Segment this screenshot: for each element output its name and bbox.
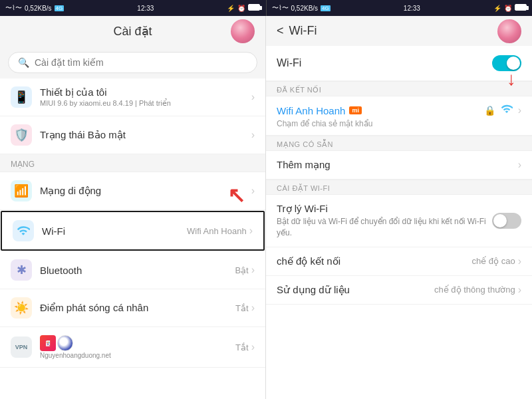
left-4g-icon: 4G — [55, 5, 65, 11]
hotspot-icon: ☀️ — [11, 297, 32, 319]
right-alarm-icon: ⏰ — [504, 5, 512, 12]
alarm-icon: ⏰ — [237, 5, 245, 12]
right-bluetooth-icon: ⚡ — [493, 5, 501, 12]
left-panel: Cài đặt 🔍 📱 Thiết bị của tôi MIUI 9.6 by… — [0, 16, 266, 399]
lock-icon: 🔒 — [484, 105, 495, 116]
vpn-icon: VPN — [11, 336, 32, 358]
settings-item-mobile[interactable]: 📶 Mạng di động › — [0, 172, 265, 210]
settings-title: Cài đặt — [113, 24, 152, 39]
security-icon: 🛡️ — [11, 124, 32, 146]
device-icon: 📱 — [11, 86, 32, 108]
security-text: Trạng thái Bảo mật — [40, 129, 251, 141]
mobile-title: Mạng di động — [40, 185, 251, 197]
wifi-assistant-item[interactable]: Trợ lý Wi-Fi Bật dữ liệu và Wi-Fi để chu… — [266, 195, 532, 247]
data-usage-title: Sử dụng dữ liệu — [277, 284, 434, 296]
right-panel: < Wi-Fi Wi-Fi ĐÃ KẾT NỐI Wifi Anh Ho — [266, 16, 532, 399]
bluetooth-status-icon: ⚡ — [227, 5, 235, 12]
wifi-signal-icon — [501, 103, 513, 118]
settings-list: 📱 Thiết bị của tôi MIUI 9.6 by xiaomi.eu… — [0, 78, 265, 399]
wifi-page-title: Wi-Fi — [289, 24, 317, 38]
status-bar-right: 〜⌇〜 0,52KB/s 4G 12:33 ⚡ ⏰ — [267, 0, 533, 16]
connection-mode-item[interactable]: chế độ kết nối chế độ cao › — [266, 247, 532, 276]
connected-subtitle: Chạm để chia sẻ mật khẩu — [277, 119, 521, 128]
settings-item-hotspot[interactable]: ☀️ Điểm phát sóng cá nhân Tắt › — [0, 289, 265, 327]
vpn-watermark-text: Nguyenhoangduong.net — [40, 352, 235, 359]
wifi-assistant-subtitle: Bật dữ liệu và Wi-Fi để chuyển đổi dữ li… — [277, 216, 492, 239]
mobile-chevron: › — [251, 185, 255, 197]
signal-wave-icon: 〜⌇〜 — [5, 3, 22, 13]
left-right-icons: ⚡ ⏰ — [227, 4, 260, 12]
connected-name-area: Wifi Anh Hoanh mi — [277, 105, 362, 116]
add-network-chevron: › — [518, 159, 521, 171]
connected-network-item[interactable]: Wifi Anh Hoanh mi 🔒 › Chạm để chia sẻ mậ… — [266, 96, 532, 136]
search-bar[interactable]: 🔍 — [8, 52, 257, 73]
vpn-value: Tắt — [235, 342, 249, 352]
toggle-knob — [507, 57, 520, 70]
right-battery — [515, 4, 527, 12]
settings-item-device[interactable]: 📱 Thiết bị của tôi MIUI 9.6 by xiaomi.eu… — [0, 78, 265, 116]
wifi-item-container: Wi-Fi Wifi Anh Hoanh › ↙ — [0, 211, 265, 251]
connected-network-container: Wifi Anh Hoanh mi 🔒 › Chạm để chia sẻ mậ… — [266, 96, 532, 136]
right-speed: 0,52KB/s — [291, 5, 319, 12]
add-network-item[interactable]: Thêm mạng › — [266, 151, 532, 180]
left-status-icons: 〜⌇〜 0,52KB/s 4G — [5, 3, 64, 13]
connected-section-label: ĐÃ KẾT NỐI — [266, 81, 532, 96]
vpn-logo-1: 🃏 — [40, 335, 56, 351]
settings-item-bluetooth[interactable]: ✱ Bluetooth Bật › — [0, 251, 265, 289]
wifi-header: < Wi-Fi — [266, 16, 532, 46]
left-battery — [248, 4, 260, 12]
wifi-assistant-text: Trợ lý Wi-Fi Bật dữ liệu và Wi-Fi để chu… — [277, 203, 492, 239]
right-time: 12:33 — [404, 5, 420, 12]
wifi-menu-value: Wifi Anh Hoanh — [187, 226, 247, 236]
wifi-list: Wi-Fi ĐÃ KẾT NỐI Wifi Anh Hoanh mi — [266, 46, 532, 399]
data-usage-item[interactable]: Sử dụng dữ liệu chế độ thông thường › — [266, 276, 532, 305]
hotspot-text: Điểm phát sóng cá nhân — [40, 302, 235, 314]
hotspot-chevron: › — [251, 302, 255, 314]
available-section-label: MẠNG CÓ SẴN — [266, 136, 532, 151]
left-red-arrow: ↙ — [227, 184, 245, 209]
right-signal-icon: 〜⌇〜 — [272, 3, 289, 13]
security-title: Trạng thái Bảo mật — [40, 129, 251, 141]
vpn-logo-2 — [57, 335, 73, 351]
wifi-assistant-toggle[interactable] — [492, 213, 521, 229]
hotspot-value: Tắt — [235, 303, 249, 313]
hotspot-title: Điểm phát sóng cá nhân — [40, 302, 235, 314]
add-network-label: Thêm mạng — [277, 159, 518, 171]
connected-icons: 🔒 › — [484, 103, 521, 118]
search-icon: 🔍 — [18, 57, 29, 68]
vpn-chevron: › — [251, 341, 255, 353]
data-usage-value: chế độ thông thường — [434, 285, 515, 295]
bluetooth-icon: ✱ — [11, 259, 32, 281]
right-red-arrow: ↓ — [507, 68, 516, 90]
status-bar-left: 〜⌇〜 0,52KB/s 4G 12:33 ⚡ ⏰ — [0, 0, 266, 16]
device-chevron: › — [251, 91, 255, 103]
settings-item-vpn[interactable]: VPN 🃏 Nguyenhoangduong.net Tắt › — [0, 327, 265, 368]
connection-mode-chevron: › — [518, 255, 521, 267]
assistant-toggle-knob — [493, 214, 507, 227]
avatar-right — [497, 19, 521, 43]
mobile-text: Mạng di động — [40, 185, 251, 197]
mobile-icon: 📶 — [11, 180, 32, 201]
wifi-menu-title: Wi-Fi — [42, 225, 187, 237]
settings-header: Cài đặt — [0, 16, 265, 47]
connected-chevron: › — [518, 104, 521, 116]
right-time-area: 12:33 — [404, 5, 420, 12]
network-section-label: MẠNG — [0, 154, 265, 172]
status-bar: 〜⌇〜 0,52KB/s 4G 12:33 ⚡ ⏰ 〜⌇〜 0,52KB/s 4… — [0, 0, 532, 16]
security-chevron: › — [251, 129, 255, 141]
mi-badge: mi — [349, 106, 362, 114]
search-input[interactable] — [35, 57, 247, 68]
device-text: Thiết bị của tôi MIUI 9.6 by xiaomi.eu 8… — [40, 86, 251, 108]
connection-mode-title: chế độ kết nối — [277, 255, 472, 267]
left-speed: 0,52KB/s — [25, 5, 52, 12]
settings-item-security[interactable]: 🛡️ Trạng thái Bảo mật › — [0, 116, 265, 154]
wifi-assistant-title: Trợ lý Wi-Fi — [277, 203, 492, 215]
vpn-text: 🃏 Nguyenhoangduong.net — [40, 335, 235, 359]
right-status-icons: 〜⌇〜 0,52KB/s 4G — [272, 3, 331, 13]
settings-item-wifi[interactable]: Wi-Fi Wifi Anh Hoanh › — [1, 211, 265, 251]
avatar-left — [231, 19, 255, 43]
device-subtitle: MIUI 9.6 by xiaomi.eu 8.4.19 | Phát triể… — [40, 99, 251, 108]
wifi-menu-icon — [13, 220, 34, 241]
bluetooth-chevron: › — [251, 264, 255, 276]
back-button[interactable]: < — [277, 24, 284, 38]
